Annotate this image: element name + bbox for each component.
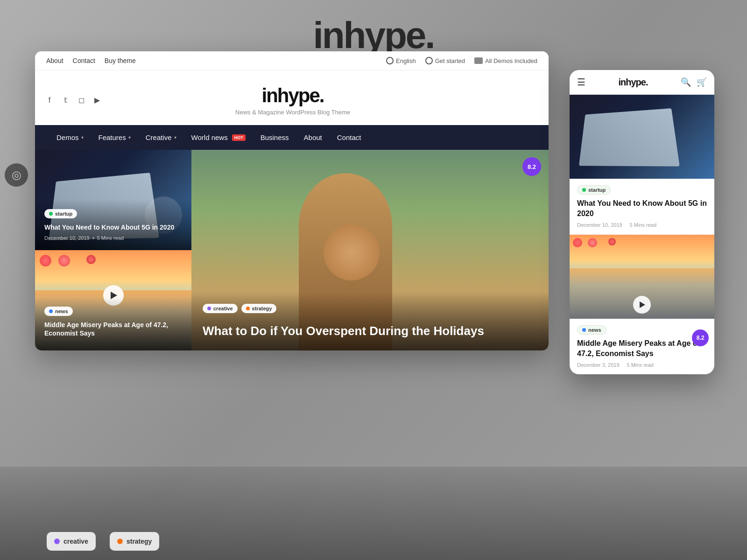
hot-badge: HOT [232,134,246,141]
mobile-cart-icon[interactable]: 🛒 [697,77,707,87]
card-overlay-top: startup What You Need to Know About 5G i… [35,200,191,250]
mobile-topbar: ☰ inhype. 🔍 🛒 [570,70,714,95]
card1-meta: December 10, 2019 5 Mins read [44,235,182,241]
mobile-article-top[interactable]: startup What You Need to Know About 5G i… [570,95,714,235]
mobile-laptop-image [570,95,714,179]
mobile-article-content-top: startup What You Need to Know About 5G i… [570,179,714,235]
nav-features[interactable]: Features ▾ [91,125,138,150]
card-overlay-bottom: news Middle Age Misery Peaks at Age of 4… [35,297,191,350]
get-started-link[interactable]: Get started [425,57,465,64]
buy-theme-link[interactable]: Buy theme [105,57,136,64]
top-nav-bar: About Contact Buy theme English Get star… [35,51,549,70]
startup-tag: startup [44,209,77,218]
mobile-news-tag: news [577,325,606,335]
nav-business[interactable]: Business [253,125,296,150]
blur-dot-creative [54,539,60,544]
facebook-icon[interactable]: f [44,95,55,105]
mobile-play-triangle [640,301,645,308]
creative-tag: creative [203,304,238,313]
bottom-blur-area: creative strategy [0,467,747,560]
blur-dot-strategy [117,539,123,544]
nav-world-news[interactable]: World news HOT [184,125,253,150]
nav-demos[interactable]: Demos ▾ [49,125,91,150]
content-area: startup What You Need to Know About 5G i… [35,150,549,350]
folder-icon [474,57,483,64]
card-misery-bottom[interactable]: news Middle Age Misery Peaks at Age of 4… [35,250,191,350]
tag-dot-purple [207,307,211,310]
nav-features-arrow: ▾ [128,135,131,140]
mobile-startup-tag: startup [577,185,611,195]
mobile-tag-dot-green [582,188,586,192]
mobile-search-icon[interactable]: 🔍 [681,77,691,87]
nav-about[interactable]: About [296,125,330,150]
mobile-article-content-bottom: news Middle Age Misery Peaks at Age of 4… [570,319,714,374]
site-logo[interactable]: inhype. [235,84,350,107]
mobile-mockup: ☰ inhype. 🔍 🛒 startup What You Need to K… [570,70,714,374]
mobile-icons: 🔍 🛒 [681,77,707,87]
left-decorative-circle: ◎ [5,163,28,187]
top-nav-left: About Contact Buy theme [46,57,136,64]
score-badge: 8.2 [522,157,541,176]
strategy-tag: strategy [241,304,277,313]
site-logo-area: inhype. News & Magazine WordPress Blog T… [235,84,350,116]
twitter-icon[interactable]: 𝕥 [60,95,70,105]
mobile-article-meta-1: December 10, 2019 5 Mins read [577,222,707,228]
mobile-article-title-2: Middle Age Misery Peaks at Age of 47.2, … [577,338,707,358]
top-nav-right: English Get started All Demos Included [386,57,537,64]
nav-demos-arrow: ▾ [81,135,84,140]
card-center-main[interactable]: 8.2 creative strategy What to Do if You … [191,150,549,350]
english-selector[interactable]: English [386,57,416,64]
mobile-article-meta-2: December 3, 2019 5 Mins read [577,362,707,368]
bg-site-title: inhype. [313,14,434,57]
youtube-icon[interactable]: ▶ [92,95,102,105]
card-center-overlay: creative strategy What to Do if You Over… [191,293,549,350]
social-icons: f 𝕥 ◻ ▶ [44,95,102,105]
card-5g-top[interactable]: startup What You Need to Know About 5G i… [35,150,191,250]
nav-creative-arrow: ▾ [174,135,176,140]
card-center-title: What to Do if You Overspent During the H… [203,323,537,339]
mobile-article-title-1: What You Need to Know About 5G in 2020 [577,198,707,218]
contact-link[interactable]: Contact [73,57,95,64]
mobile-article-bottom[interactable]: 8.2 news Middle Age Misery Peaks at Age … [570,235,714,374]
center-tags-row: creative strategy [203,304,537,318]
news-tag: news [44,307,73,316]
about-link[interactable]: About [46,57,63,64]
mobile-tag-dot-blue [582,328,586,332]
browser-window: About Contact Buy theme English Get star… [35,51,549,350]
all-demos-link[interactable]: All Demos Included [474,57,537,64]
blur-card-creative[interactable]: creative [47,532,96,551]
instagram-icon[interactable]: ◻ [76,95,86,105]
mobile-menu-icon[interactable]: ☰ [577,77,585,88]
blur-card-strategy[interactable]: strategy [110,532,159,551]
nav-creative[interactable]: Creative ▾ [138,125,184,150]
tag-dot-blue [49,309,53,313]
mobile-play-button[interactable] [633,296,651,314]
tag-dot-orange [246,307,250,310]
left-panel: startup What You Need to Know About 5G i… [35,150,191,350]
card2-title: Middle Age Misery Peaks at Age of 47.2, … [44,321,182,337]
card1-title: What You Need to Know About 5G in 2020 [44,223,182,231]
site-header: f 𝕥 ◻ ▶ inhype. News & Magazine WordPres… [35,70,549,125]
circle-icon [386,57,394,64]
circle-icon-2 [425,57,433,64]
tag-dot-green [49,212,53,216]
nav-contact[interactable]: Contact [330,125,369,150]
main-nav: Demos ▾ Features ▾ Creative ▾ World news… [35,125,549,150]
site-tagline: News & Magazine WordPress Blog Theme [235,109,350,116]
mobile-logo[interactable]: inhype. [618,77,648,88]
